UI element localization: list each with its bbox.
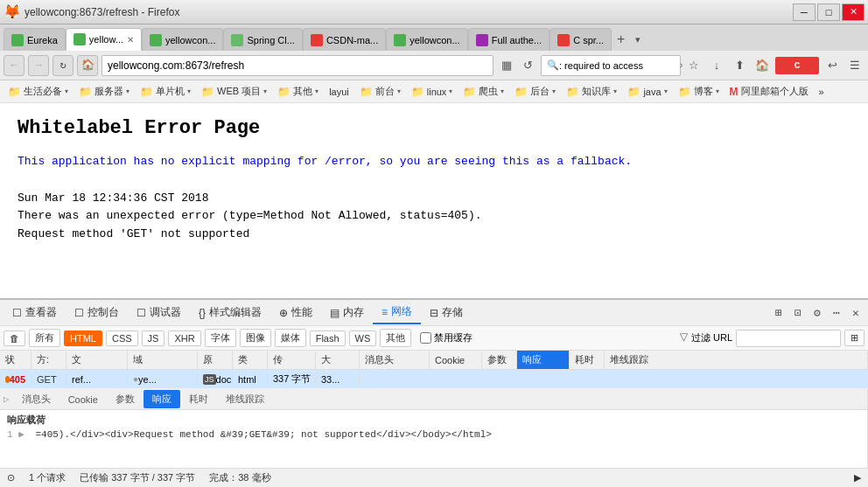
- bm-item-12[interactable]: 📁 java ▾: [623, 84, 671, 100]
- col-cause: 原: [198, 351, 233, 369]
- bookmarks-more-icon[interactable]: »: [815, 85, 829, 99]
- bm-item-14[interactable]: M 阿里邮箱个人版: [725, 83, 813, 100]
- minimize-button[interactable]: ─: [793, 3, 816, 21]
- url-input[interactable]: [102, 55, 494, 76]
- tab-yellowcon3[interactable]: yellowcon...: [386, 28, 467, 51]
- qr-icon[interactable]: ▦: [497, 56, 516, 75]
- disable-cache-checkbox[interactable]: [420, 332, 431, 344]
- response-tab-timing[interactable]: 耗时: [180, 390, 217, 408]
- bm-item-10[interactable]: 📁 后台 ▾: [510, 83, 560, 100]
- bm-item-2[interactable]: 📁 服务器 ▾: [74, 83, 134, 100]
- filter-media[interactable]: 媒体: [275, 329, 306, 347]
- response-tab-params[interactable]: 参数: [107, 390, 144, 408]
- clear-network-button[interactable]: 🗑: [4, 330, 25, 346]
- home-button[interactable]: 🏠: [77, 55, 98, 76]
- filter-html[interactable]: HTML: [64, 330, 102, 346]
- filter-css[interactable]: CSS: [106, 330, 138, 346]
- page-line-blank: [18, 171, 850, 190]
- row-type: html: [233, 374, 268, 385]
- page-title: Whitelabel Error Page: [18, 117, 850, 139]
- devtools-settings-icon[interactable]: ⚙: [808, 304, 826, 322]
- devtools-overflow-icon[interactable]: ⋯: [828, 304, 845, 322]
- filter-other[interactable]: 其他: [380, 329, 411, 347]
- col-cookie: Cookie: [430, 351, 482, 369]
- bm-item-6[interactable]: layui: [325, 85, 354, 99]
- col-timing: 耗时: [570, 351, 605, 369]
- devtools-tab-memory[interactable]: ▤ 内存: [321, 302, 373, 324]
- response-tab-cookie[interactable]: Cookie: [60, 392, 107, 407]
- url-filter-input[interactable]: [736, 330, 841, 347]
- bm-item-13[interactable]: 📁 博客 ▾: [674, 83, 724, 100]
- tab-yellowcon2[interactable]: yellowcon...: [142, 28, 223, 51]
- page-line-4: There was an unexpected error (type=Meth…: [18, 207, 850, 226]
- menu-icon[interactable]: ☰: [845, 56, 864, 75]
- devtools-close-icon[interactable]: ✕: [847, 304, 864, 322]
- devtools-tab-label-storage: 存储: [442, 305, 463, 320]
- network-table-row[interactable]: 405 GET ref... ● ye... JS doc... html 33…: [0, 370, 868, 389]
- devtools-tab-style[interactable]: {} 样式编辑器: [190, 302, 270, 324]
- close-button[interactable]: ✕: [842, 3, 864, 21]
- url-filter-group: ▽ 过滤 URL ⊞: [679, 330, 864, 347]
- bookmark-star-icon[interactable]: ☆: [684, 56, 704, 75]
- home-addr-icon[interactable]: 🏠: [752, 56, 772, 75]
- bm-item-4[interactable]: 📁 WEB 项目 ▾: [197, 83, 271, 100]
- undo-icon[interactable]: ↩: [822, 56, 842, 75]
- devtools-tabs: ☐ 查看器 ☐ 控制台 ☐ 调试器 {} 样式编辑器 ⊕ 性能 ▤ 内存 ≡ 网…: [0, 300, 868, 326]
- filter-all[interactable]: 所有: [29, 329, 60, 347]
- address-bar: ← → ↻ 🏠 ▦ ↺ 🔍 › ☆ ↓ ⬆ 🏠 C ↩ ☰: [0, 51, 868, 80]
- bm-item-8[interactable]: 📁 linux ▾: [407, 84, 458, 100]
- tab-close-active[interactable]: ✕: [127, 35, 134, 45]
- tab-list-button[interactable]: ▾: [630, 28, 646, 51]
- filter-js[interactable]: JS: [142, 330, 165, 346]
- bm-item-7[interactable]: 📁 前台 ▾: [355, 83, 405, 100]
- row-transfer: 337 字节: [268, 372, 316, 386]
- tab-fullauth[interactable]: Full authe...: [468, 28, 550, 51]
- search-icon: 🔍: [547, 59, 559, 71]
- devtools-requests: 1 个请求: [29, 471, 66, 484]
- refresh-icon[interactable]: ↺: [518, 56, 537, 75]
- devtools-tab-storage[interactable]: ⊟ 存储: [421, 302, 472, 324]
- col-file: 文: [66, 351, 128, 369]
- devtools-tab-console[interactable]: ☐ 控制台: [66, 302, 128, 324]
- search-input[interactable]: [559, 60, 680, 71]
- maximize-button[interactable]: □: [817, 3, 840, 21]
- reload-button[interactable]: ↻: [52, 55, 74, 76]
- tab-favicon-6: [476, 34, 488, 46]
- page-content: Whitelabel Error Page This application h…: [0, 103, 868, 258]
- download-icon[interactable]: ↓: [707, 56, 726, 75]
- devtools-dock-icon[interactable]: ⊞: [770, 304, 788, 322]
- bm-item-11[interactable]: 📁 知识库 ▾: [562, 83, 621, 100]
- search-box[interactable]: 🔍 ›: [541, 55, 681, 76]
- response-tab-stack[interactable]: 堆线跟踪: [217, 390, 273, 408]
- filter-expand-button[interactable]: ⊞: [844, 330, 864, 346]
- extension-icon[interactable]: C: [775, 57, 819, 74]
- devtools-tab-debugger[interactable]: ☐ 调试器: [128, 302, 190, 324]
- devtools-tab-network[interactable]: ≡ 网络: [373, 301, 421, 324]
- back-button[interactable]: ←: [4, 55, 24, 76]
- tab-csdn[interactable]: CSDN-ma...: [303, 28, 386, 51]
- filter-flash[interactable]: Flash: [310, 330, 346, 346]
- devtools-tab-perf[interactable]: ⊕ 性能: [270, 302, 321, 324]
- devtools-tab-inspector[interactable]: ☐ 查看器: [4, 302, 66, 324]
- tab-cspr[interactable]: C spr...: [550, 28, 612, 51]
- bm-item-9[interactable]: 📁 爬虫 ▾: [458, 83, 508, 100]
- filter-ws[interactable]: WS: [349, 330, 377, 346]
- bm-item-3[interactable]: 📁 单片机 ▾: [136, 83, 195, 100]
- tab-yellowcong-active[interactable]: yellow... ✕: [66, 28, 142, 51]
- bm-item-1[interactable]: 📁 生活必备 ▾: [4, 83, 73, 100]
- devtools-scroll-right: ▶: [854, 472, 861, 484]
- new-tab-button[interactable]: +: [612, 28, 630, 51]
- sync-icon[interactable]: ⬆: [730, 56, 749, 75]
- bm-item-5[interactable]: 📁 其他 ▾: [273, 83, 323, 100]
- filter-image[interactable]: 图像: [240, 329, 271, 347]
- response-tab-headers[interactable]: 消息头: [13, 390, 60, 408]
- forward-button[interactable]: →: [28, 55, 49, 76]
- tab-springcl[interactable]: Spring Cl...: [223, 28, 302, 51]
- response-tab-response[interactable]: 响应: [144, 390, 180, 408]
- filter-font[interactable]: 字体: [205, 329, 236, 347]
- filter-xhr[interactable]: XHR: [168, 330, 200, 346]
- tab-eureka[interactable]: Eureka: [4, 28, 66, 51]
- col-method: 方:: [32, 351, 66, 369]
- devtools-undock-icon[interactable]: ⊡: [789, 304, 807, 322]
- response-line: 1 ▶ =405).</div><div>Request method &#39…: [7, 428, 860, 440]
